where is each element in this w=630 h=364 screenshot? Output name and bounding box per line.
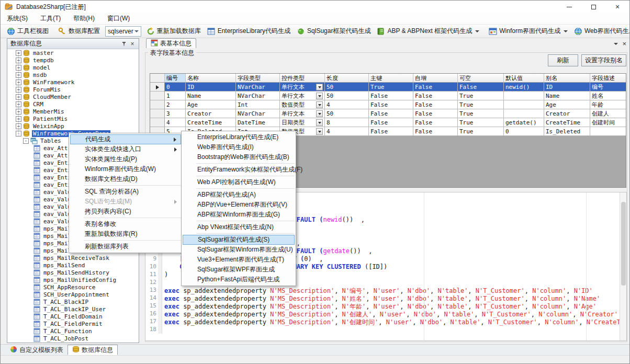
grid-column-header[interactable]: 字段描述 [590, 74, 626, 83]
db-config-button[interactable]: 数据库配置 [55, 26, 103, 37]
grid-cell[interactable]: CreateTime [186, 118, 236, 127]
grid-cell[interactable]: False [413, 118, 458, 127]
control-type-combo[interactable]: 单行文本 [282, 110, 323, 118]
grid-cell[interactable]: Is_Deleted [544, 127, 590, 136]
submenu-item-16[interactable]: Vue3+Element界面代码生成(T) [183, 255, 295, 265]
grid-cell[interactable]: 3 [165, 109, 186, 118]
grid-row-header[interactable] [150, 109, 165, 118]
grid-cell[interactable]: ID [544, 83, 590, 92]
grid-cell[interactable]: False [413, 83, 458, 92]
grid-cell[interactable]: NVarChar [236, 109, 280, 118]
context-menu-item-8[interactable]: 拷贝列表内容(C) [70, 207, 181, 217]
enterpriselibrary-gen-button[interactable]: EnterpriseLibrary代码生成 [204, 26, 294, 37]
sqlsugar-gen-button[interactable]: SqlSugar框架代码生成 [294, 26, 374, 37]
control-type-combo[interactable]: 单行文本 [282, 92, 323, 100]
menu-help[interactable]: 帮助(H) [67, 13, 101, 25]
grid-column-header[interactable]: 默认值 [504, 74, 544, 83]
grid-cell[interactable]: Int [236, 100, 280, 109]
grid-cell[interactable]: 50 [325, 83, 369, 92]
grid-cell[interactable] [504, 109, 544, 118]
grid-cell[interactable]: 0 [504, 127, 544, 136]
tree-item-winframework[interactable]: +WinFramework [7, 78, 139, 86]
grid-cell[interactable]: DateTime [236, 118, 280, 127]
submenu-item-10[interactable]: ABP框架Winform界面生成(G) [183, 210, 295, 220]
grid-cell[interactable]: 单行文本 [280, 83, 325, 92]
chevron-down-icon[interactable] [564, 30, 568, 32]
grid-column-header[interactable]: 别名 [544, 74, 590, 83]
menu-system[interactable]: 系统(S) [1, 13, 34, 25]
grid-cell[interactable]: 姓名 [590, 92, 626, 100]
combo-dropdown-button[interactable] [316, 128, 323, 135]
control-type-combo[interactable]: 数值类型 [282, 101, 323, 109]
grid-cell[interactable]: Creator [544, 109, 590, 118]
grid-column-header[interactable]: 控件类型 [280, 74, 325, 83]
grid-cell[interactable]: Age [186, 100, 236, 109]
tree-item-t_acl_blackip_user[interactable]: T_ACL_BlackIP_User [7, 305, 139, 313]
grid-row-header[interactable] [150, 100, 165, 109]
tree-item-sch_userappointment[interactable]: SCH_UserAppointment [7, 291, 139, 298]
grid-cell[interactable]: 单行文本 [280, 92, 325, 100]
submenu-item-6[interactable]: Web API控制器代码生成(W) [183, 177, 295, 187]
grid-cell[interactable]: False [369, 109, 413, 118]
grid-cell[interactable]: 4 [165, 118, 186, 127]
grid-cell[interactable]: Name [544, 92, 590, 100]
grid-cell[interactable]: True [369, 83, 413, 92]
context-menu-item-11[interactable]: 重新加载数据库(R) [70, 229, 181, 239]
tree-item-t_acl_function[interactable]: T_ACL_Function [7, 327, 139, 335]
submenu-item-8[interactable]: ABP框架代码生成(A) [183, 190, 295, 200]
grid-column-header[interactable]: 自增 [413, 74, 458, 83]
tree-item-crm[interactable]: +CRM [7, 100, 139, 108]
tree-item-t_acl_jobpost[interactable]: T_ACL_JobPost [7, 335, 139, 342]
submenu-item-17[interactable]: SqlSugar框架WPF界面生成 [183, 265, 295, 275]
grid-row[interactable]: 1NameNVarChar单行文本50FalseFalseTrueName姓名 [150, 92, 626, 100]
submenu-item-2[interactable]: Bootstrap的Web界面代码生成(B) [183, 152, 295, 162]
grid-cell[interactable]: Age [544, 100, 590, 109]
grid-cell[interactable]: False [413, 127, 458, 136]
tab-custom-templates[interactable]: 自定义模板列表 [6, 345, 68, 355]
winform-gen-button[interactable]: Winform界面代码生成 [486, 26, 571, 37]
tree-item-tempdb[interactable]: +tempdb [7, 56, 139, 64]
combo-dropdown-button[interactable] [316, 110, 323, 117]
grid-cell[interactable]: 4 [325, 127, 369, 136]
tab-database-info[interactable]: 数据库信息 [68, 345, 118, 355]
grid-cell[interactable]: 4 [325, 100, 369, 109]
tree-item-t_acl_blackip[interactable]: T_ACL_BlackIP [7, 298, 139, 305]
control-type-combo[interactable]: 单行文本 [282, 83, 323, 91]
minimize-button[interactable] [557, 1, 581, 13]
combo-dropdown-button[interactable] [316, 93, 323, 99]
tab-table-basic-info[interactable]: 表基本信息 [146, 38, 196, 48]
tree-item-t_acl_loginlog[interactable]: T_ACL_LoginLog [7, 342, 139, 343]
grid-column-header[interactable]: 字段类型 [236, 74, 280, 83]
grid-cell[interactable]: ID [186, 83, 236, 92]
close-button[interactable]: × [605, 1, 629, 13]
grid-cell[interactable]: 年龄 [590, 100, 626, 109]
grid-row[interactable]: 4CreateTimeDateTime日期类型8FalseFalseTruege… [150, 118, 626, 127]
submenu-item-4[interactable]: EntityFramework实体框架代码生成(F) [183, 165, 295, 175]
submenu-item-18[interactable]: Python+FastApi后端代码生成 [183, 275, 295, 285]
grid-row-header[interactable] [150, 83, 165, 92]
tree-item-mps_mailsend[interactable]: mps_MailSend [7, 261, 139, 269]
control-type-combo[interactable]: 日期类型 [282, 119, 323, 127]
submenu-item-0[interactable]: EnterpriseLibrary代码生成(E) [183, 132, 295, 142]
grid-cell[interactable]: False [413, 109, 458, 118]
grid-cell[interactable] [504, 100, 544, 109]
grid-cell[interactable]: 50 [325, 109, 369, 118]
menu-tools[interactable]: 工具(T) [34, 13, 67, 25]
grid-cell[interactable]: 日期类型 [280, 118, 325, 127]
grid-column-header[interactable]: 可空 [458, 74, 504, 83]
context-menu-item-6[interactable]: SQL 查询分析器(A) [70, 187, 181, 197]
tab-list-dropdown-icon[interactable] [614, 43, 618, 45]
tree-item-msdb[interactable]: +msdb [7, 71, 139, 78]
grid-row[interactable]: 0IDNVarChar单行文本50TrueFalseFalsenewid()ID… [150, 83, 626, 92]
submenu-item-15[interactable]: SqlSugar框架Winform界面生成(U) [183, 245, 295, 255]
grid-column-header[interactable]: 名称 [186, 74, 236, 83]
combo-dropdown-button[interactable] [316, 101, 323, 108]
context-menu-item-3[interactable]: Winform界面代码生成(W) [70, 164, 181, 174]
context-menu-item-2[interactable]: 实体类属性生成(P) [70, 154, 181, 164]
grid-cell[interactable]: 单行文本 [280, 109, 325, 118]
grid-cell[interactable]: 50 [325, 92, 369, 100]
tree-item-mps_mailsendhistory[interactable]: mps_MailSendHistory [7, 269, 139, 276]
refresh-button[interactable]: 刷新 [548, 54, 578, 66]
toolbar-view-button[interactable]: 工具栏视图 [4, 26, 52, 37]
tree-item-t_acl_fielddomain[interactable]: T_ACL_FieldDomain [7, 313, 139, 320]
